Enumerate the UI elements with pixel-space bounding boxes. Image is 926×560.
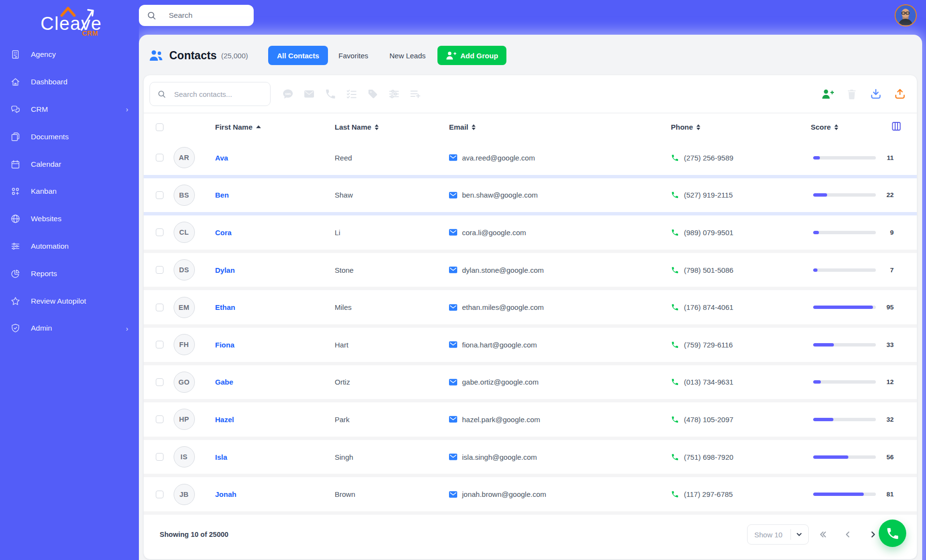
contact-first-name[interactable]: Gabe xyxy=(215,378,233,386)
contact-last-name: Singh xyxy=(324,453,438,461)
table-row[interactable]: AR Ava Reed ava.reed@google.com (275) 25… xyxy=(144,141,917,178)
score-bar-fill xyxy=(813,455,848,459)
row-checkbox[interactable] xyxy=(156,191,163,199)
bulk-actions: SMS xyxy=(282,88,421,100)
contact-avatar: AR xyxy=(174,147,195,168)
contacts-search-input[interactable]: Search contacts... xyxy=(150,82,271,106)
contact-first-name[interactable]: Ben xyxy=(215,191,229,199)
add-contact-button[interactable] xyxy=(821,88,834,100)
column-phone[interactable]: Phone xyxy=(660,123,800,131)
prev-page-button[interactable] xyxy=(841,530,855,539)
add-to-list-icon[interactable] xyxy=(409,88,421,100)
sidebar-item-reports[interactable]: Reports xyxy=(0,260,139,287)
row-checkbox[interactable] xyxy=(156,378,163,386)
score-bar-fill xyxy=(813,343,834,347)
contact-avatar: IS xyxy=(174,446,195,467)
contact-first-name[interactable]: Jonah xyxy=(215,490,236,498)
sliders-icon xyxy=(10,240,21,252)
sidebar-item-dashboard[interactable]: Dashboard xyxy=(0,68,139,96)
contact-email: ben.shaw@google.com xyxy=(438,191,660,199)
row-checkbox[interactable] xyxy=(156,341,163,348)
page-size-select[interactable]: Show 10 xyxy=(747,524,809,545)
sidebar-item-agency[interactable]: Agency xyxy=(0,41,139,68)
avatar-initials: FH xyxy=(179,341,189,348)
contact-first-name[interactable]: Cora xyxy=(215,228,232,237)
row-checkbox[interactable] xyxy=(156,154,163,161)
table-row[interactable]: EM Ethan Miles ethan.miles@google.com (1… xyxy=(144,290,917,328)
row-checkbox[interactable] xyxy=(156,304,163,311)
score-value: 11 xyxy=(882,154,894,161)
score-bar-fill xyxy=(813,193,827,197)
score-bar xyxy=(813,268,876,272)
call-fab-button[interactable] xyxy=(879,520,906,547)
contact-avatar: JB xyxy=(174,484,195,505)
contact-first-name[interactable]: Ethan xyxy=(215,303,235,311)
filter-sliders-icon[interactable] xyxy=(388,88,400,100)
contact-first-name[interactable]: Isla xyxy=(215,453,227,461)
column-last-name[interactable]: Last Name xyxy=(324,123,438,131)
contact-phone: (751) 698-7920 xyxy=(660,453,800,461)
table-row[interactable]: BS Ben Shaw ben.shaw@google.com (527) 91… xyxy=(144,178,917,216)
envelope-icon xyxy=(449,379,457,386)
table-row[interactable]: FH Fiona Hart fiona.hart@google.com (759… xyxy=(144,328,917,365)
row-checkbox[interactable] xyxy=(156,453,163,461)
table-row[interactable]: JB Jonah Brown jonah.brown@google.com (1… xyxy=(144,477,917,515)
column-first-name[interactable]: First Name xyxy=(204,123,324,131)
column-email[interactable]: Email xyxy=(438,123,660,131)
contact-email: ethan.miles@google.com xyxy=(438,303,660,311)
table-row[interactable]: DS Dylan Stone dylan.stone@google.com (7… xyxy=(144,253,917,291)
table-row[interactable]: CL Cora Li cora.li@google.com (989) 079-… xyxy=(144,215,917,253)
contact-first-name[interactable]: Ava xyxy=(215,154,228,162)
contact-email: jonah.brown@google.com xyxy=(438,490,660,498)
contact-phone: (013) 734-9631 xyxy=(660,378,800,386)
logo-caret-icon xyxy=(60,6,76,17)
user-avatar[interactable] xyxy=(895,4,917,27)
contact-first-name[interactable]: Dylan xyxy=(215,266,235,274)
sidebar-item-admin[interactable]: Admin › xyxy=(0,315,139,342)
contacts-people-icon xyxy=(149,49,163,62)
sidebar-item-websites[interactable]: Websites xyxy=(0,205,139,233)
download-button[interactable] xyxy=(870,88,882,100)
sidebar-item-calendar[interactable]: Calendar xyxy=(0,150,139,178)
next-page-button[interactable] xyxy=(866,530,880,539)
delete-button[interactable] xyxy=(845,88,858,100)
contact-avatar: GO xyxy=(174,372,195,393)
sidebar-item-crm[interactable]: CRM › xyxy=(0,96,139,123)
sidebar-item-review-autopilot[interactable]: Review Autopilot xyxy=(0,287,139,315)
table-row[interactable]: GO Gabe Ortiz gabe.ortiz@google.com (013… xyxy=(144,365,917,403)
contact-first-name[interactable]: Hazel xyxy=(215,415,234,424)
columns-settings-icon[interactable] xyxy=(892,121,901,133)
sidebar-item-automation[interactable]: Automation xyxy=(0,233,139,260)
contact-first-name[interactable]: Fiona xyxy=(215,341,234,349)
email-icon[interactable] xyxy=(303,88,315,100)
table-row[interactable]: IS Isla Singh isla.singh@google.com (751… xyxy=(144,440,917,478)
table-row[interactable]: HP Hazel Park hazel.park@google.com (478… xyxy=(144,402,917,440)
row-checkbox[interactable] xyxy=(156,415,163,423)
tab-favorites[interactable]: Favorites xyxy=(328,52,379,60)
table-actions xyxy=(821,88,917,100)
row-checkbox[interactable] xyxy=(156,228,163,236)
tab-all-contacts[interactable]: All Contacts xyxy=(268,46,328,65)
sms-icon[interactable]: SMS xyxy=(282,88,294,100)
contact-email: fiona.hart@google.com xyxy=(438,341,660,349)
row-checkbox[interactable] xyxy=(156,491,163,498)
checklist-icon[interactable] xyxy=(346,88,357,100)
sidebar-item-kanban[interactable]: Kanban xyxy=(0,178,139,205)
page-title: Contacts xyxy=(169,49,217,62)
star-icon xyxy=(10,295,21,307)
score-bar xyxy=(813,306,876,309)
sidebar-item-documents[interactable]: Documents xyxy=(0,123,139,150)
row-checkbox[interactable] xyxy=(156,266,163,274)
tab-new-leads[interactable]: New Leads xyxy=(379,52,436,60)
global-search-input[interactable]: Search xyxy=(139,5,254,26)
call-icon[interactable] xyxy=(325,88,336,100)
tag-icon[interactable] xyxy=(367,88,379,100)
score-bar-fill xyxy=(813,231,819,234)
contact-phone: (176) 874-4061 xyxy=(660,303,800,311)
add-group-button[interactable]: Add Group xyxy=(437,46,506,65)
score-value: 95 xyxy=(882,304,894,311)
first-page-button[interactable] xyxy=(816,530,830,539)
upload-button[interactable] xyxy=(894,88,906,100)
select-all-checkbox[interactable] xyxy=(156,123,163,131)
logo-arrow-icon xyxy=(77,5,97,32)
